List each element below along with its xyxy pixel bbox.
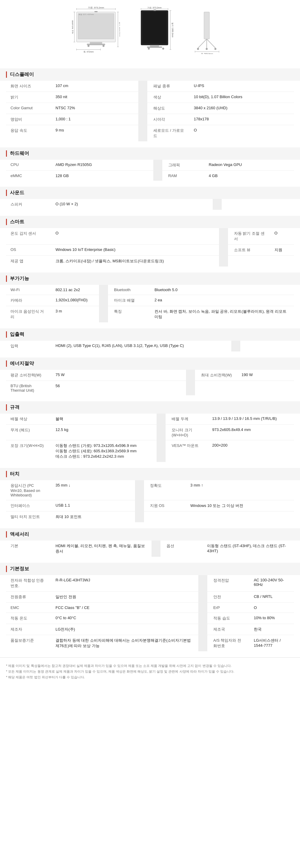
section-header-touch: 터치 (0, 468, 300, 480)
spec-label2: 적동 습도 (207, 613, 249, 624)
table-row: 무게 (헤드)12.5 kg모니터 크기(W×H×D)973.2x605.8x4… (6, 425, 294, 440)
spec-value2: 10 bit(D), 1.07 Billion Colors (189, 92, 294, 103)
table-row: 적동 온도0°C to 40°C적동 습도10% to 80% (6, 613, 294, 624)
spec-value2: U-IPS (189, 81, 294, 92)
spec-label2: 제조국 (207, 624, 249, 635)
svg-rect-31 (150, 45, 159, 46)
svg-point-33 (148, 48, 150, 50)
svg-text:폭: 569.9mm: 폭: 569.9mm (201, 53, 213, 54)
section-header-energy: 에너지절약 (0, 358, 300, 370)
svg-point-45 (206, 48, 208, 50)
spec-divider (157, 425, 166, 440)
spec-value: Windows 10 IoT Enterprise (Basic) (51, 245, 219, 256)
spec-value: 350 nit (51, 92, 138, 103)
spec-divider (138, 103, 147, 114)
spec-value: HDMI (2), USB Type C(1), RJ45 (LAN), USB… (51, 341, 231, 351)
section-smart: 스마트온도 감지 센서O자동 밝기 조절 센서OOSWindows 10 IoT… (0, 216, 300, 267)
spec-value: O (51, 228, 219, 245)
spec-label: EMC (6, 603, 51, 613)
spec-label2: 특징 (108, 306, 150, 323)
section-header-accessory: 액세서리 (0, 528, 300, 540)
svg-rect-39 (204, 12, 209, 39)
spec-value2 (270, 256, 294, 267)
section-header-specs: 규격 (0, 401, 300, 413)
spec-label: 제조자 (6, 624, 51, 635)
spec-label2: 그래픽 (162, 160, 204, 171)
spec-value: 12.5 kg (51, 425, 157, 440)
section-header-hardware: 하드웨어 (0, 147, 300, 160)
spec-value: 1,920x1,080(FHD) (51, 295, 99, 306)
table-row: 카메라1,920x1,080(FHD)마이크 배열2 ea (6, 295, 294, 306)
spec-label: OS (6, 245, 51, 256)
diagram-svg-landscape: 가로: 973.2mm 세로 605.8mm (72, 6, 120, 54)
spec-label2 (144, 512, 186, 523)
spec-divider (198, 575, 207, 592)
spec-table-touch: 응답시간 (PC Win10, Based on Whiteboard)35 m… (6, 480, 294, 522)
section-inner-accessory: 기본HDMI 케이블, 리모컨, 터치펜, 펜 촉, 매뉴얼, 품질보증서옵션이… (0, 540, 300, 557)
table-row: 기본HDMI 케이블, 리모컨, 터치펜, 펜 촉, 매뉴얼, 품질보증서옵션이… (6, 540, 294, 557)
spec-divider (198, 624, 207, 635)
diagram-views: 가로: 973.2mm 세로 605.8mm (6, 6, 294, 56)
spec-label: 전자파 적합성 인증번호. (6, 575, 51, 592)
section-title-smart: 스마트 (6, 219, 294, 225)
spec-value: 128 GB (51, 171, 153, 181)
section-title-basic_info: 기본정보 (6, 566, 294, 572)
spec-label2: VESA™ 마운트 (166, 440, 208, 462)
spec-value2: O (249, 603, 294, 613)
section-header-basic_info: 기본정보 (0, 563, 300, 575)
spec-label: 무게 (헤드) (6, 425, 51, 440)
spec-divider (153, 171, 162, 181)
spec-divider (99, 306, 108, 323)
spec-value2: 178x178 (189, 114, 294, 125)
svg-point-44 (214, 48, 216, 50)
section-inner-specs: 배젤 색상블랙배젤 두께13.9 / 13.9 / 13.9 / 16.5 mm… (0, 413, 300, 462)
diagram-svg-side: 폭: 569.9mm (192, 6, 228, 54)
section-hardware: 하드웨어CPUAMD Ryzen R1505G그래픽Radeon Vega GP… (0, 147, 300, 181)
section-inner-energy: 평균 소비전력(W)75 W최대 소비전력(W)190 WBTU (Britis… (0, 370, 300, 395)
sections-container: 디스플레이화면 사이즈107 cm패널 종류U-IPS밝기350 nit색상10… (0, 68, 300, 651)
section-title-accessories_extra: 부가기능 (6, 276, 294, 282)
spec-value2: 컨서 바, 화면 캡처, 보이스 녹음, 파일 공유, 리모트(블루라이트), … (150, 306, 294, 323)
table-row: 전자파 적합성 인증번호.R-R-LGE-43HT3WJ정격전압AC 100-2… (6, 575, 294, 592)
section-energy: 에너지절약평균 소비전력(W)75 W최대 소비전력(W)190 WBTU (B… (0, 358, 300, 395)
section-title-io: 입출력 (6, 331, 294, 338)
spec-value2: 한국 (249, 624, 294, 635)
spec-value2 (186, 512, 294, 523)
spec-label: 카메라 (6, 295, 51, 306)
spec-divider (157, 440, 166, 462)
spec-value: LG전자(주) (51, 624, 198, 635)
spec-value2: O (270, 228, 294, 245)
spec-divider (138, 81, 147, 92)
section-inner-smart: 온도 감지 센서O자동 밝기 조절 센서OOSWindows 10 IoT En… (0, 228, 300, 267)
spec-label2: Bluetooth (108, 285, 150, 295)
svg-text:가로: 973.2mm: 가로: 973.2mm (147, 7, 161, 9)
svg-rect-9 (78, 13, 114, 39)
spec-label: 평균 소비전력(W) (6, 370, 51, 381)
spec-divider (219, 256, 228, 267)
spec-value2: Windows 10 또는 그 이상 버전 (186, 500, 294, 512)
table-row: 제공 앱크롬, 스카이프(내장) / 넷플릭스, MS화이트보드(다운로드링크) (6, 256, 294, 267)
table-row: 멀티 터치 포인트최대 10 포인트 (6, 512, 294, 523)
section-inner-display: 화면 사이즈107 cm패널 종류U-IPS밝기350 nit색상10 bit(… (0, 81, 300, 142)
svg-point-13 (88, 45, 90, 47)
footer-notes: * 제품 이미지 및 특성들에서는 참고처 권장대비 실제 제품과 차이가 있을… (0, 657, 300, 687)
view-side: 폭: 569.9mm (192, 6, 228, 56)
spec-divider (157, 413, 166, 425)
spec-value2: LG서비스센터 / 1544-7777 (249, 635, 294, 652)
spec-label: 포장 크기(W×H×D) (6, 440, 51, 462)
spec-label: CPU (6, 160, 51, 171)
spec-value: 결합하자 등에 대한 소비자피해에 대해서는 소비자분쟁해결기준(소비자기본법 … (51, 635, 198, 652)
spec-value2: 3840 x 2160 (UHD) (189, 103, 294, 114)
spec-label2: 시야각 (147, 114, 189, 125)
spec-table-sound: 스피커O (10 W × 2) (6, 199, 294, 210)
section-io: 입출력입력HDMI (2), USB Type C(1), RJ45 (LAN)… (0, 328, 300, 351)
table-row: CPUAMD Ryzen R1505G그래픽Radeon Vega GPU (6, 160, 294, 171)
section-title-sound: 사운드 (6, 190, 294, 196)
spec-label: 배젤 색상 (6, 413, 51, 425)
spec-divider (198, 613, 207, 624)
spec-divider (186, 381, 195, 396)
spec-label: 적동 온도 (6, 613, 51, 624)
spec-label: 명암비 (6, 114, 51, 125)
spec-divider (99, 295, 108, 306)
table-row: 명암비1,000 : 1시야각178x178 (6, 114, 294, 125)
